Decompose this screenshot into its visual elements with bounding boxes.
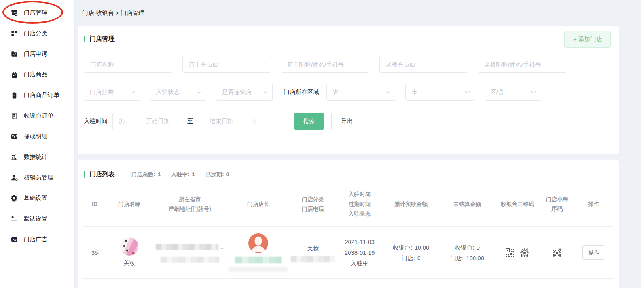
end-date-placeholder[interactable]: 结束日期 — [210, 118, 233, 125]
store-name-text: 美妆 — [123, 257, 135, 268]
svg-text:AD: AD — [13, 238, 17, 241]
table-header-row: ID 门店名称 所在省市 详细地址(门牌号) 门店店长 门店分类 门店电话 入驻… — [83, 182, 613, 226]
chevron-down-icon — [386, 88, 391, 93]
list-stats: 门店总数:1 入驻中:1 已过期:0 — [131, 171, 239, 178]
user-gear-icon — [11, 174, 18, 181]
main-content: 门店-收银台 > 门店管理 门店管理 + 添加门店 门店分类 — [74, 0, 644, 288]
cell-received-amount: 收银台:10.00 门店:0 — [383, 242, 439, 263]
sidebar-item-store-ads[interactable]: AD 门店广告 — [0, 229, 74, 250]
header-store-name: 门店名称 — [106, 199, 153, 209]
date-range-separator: 至 — [187, 118, 193, 125]
store-name-input[interactable] — [84, 56, 172, 73]
category-text: 美妆 — [307, 243, 319, 254]
bag-check-icon — [11, 71, 18, 78]
city-select[interactable]: 市 — [405, 84, 475, 101]
scrollbar-track[interactable] — [641, 0, 644, 288]
panel-title: 门店管理 — [84, 35, 115, 43]
header-manager: 门店店长 — [227, 199, 290, 209]
sidebar-item-store-application[interactable]: 门店申请 — [0, 44, 74, 64]
header-cashier-qrcode: 收银台二维码 — [495, 199, 540, 209]
filter-row-3: 入驻时间 开始日期 至 结束日期 ✳ 搜索 导出 — [84, 113, 619, 130]
ad-icon: AD — [11, 236, 18, 243]
sidebar-item-basic-settings[interactable]: 基础设置 — [0, 188, 74, 208]
header-unsettled-amount: 未结算金额 — [439, 199, 495, 209]
sidebar-item-verifier-management[interactable]: 核销员管理 — [0, 167, 74, 188]
sidebar-item-label: 默认设置 — [24, 215, 47, 223]
store-avatar[interactable] — [120, 237, 138, 256]
header-actions: 操作 — [574, 199, 613, 209]
entry-status-select[interactable]: 入驻状态 — [150, 84, 206, 101]
cell-store-name: 美妆 — [106, 237, 153, 268]
sidebar-item-label: 门店商品 — [24, 71, 47, 78]
chevron-down-icon — [196, 88, 201, 93]
row-action-button[interactable]: 操作 — [582, 245, 605, 260]
sidebar-item-store-category[interactable]: 门店分类 — [0, 23, 74, 44]
district-select[interactable]: 区/县 — [485, 84, 541, 101]
export-button[interactable]: 导出 — [331, 113, 362, 130]
sidebar: 门店管理 门店分类 门店申请 门店商品 门店商品订单 — [0, 0, 74, 288]
sidebar-item-label: 基础设置 — [24, 195, 47, 202]
clipboard-icon — [11, 92, 18, 99]
stat-total: 门店总数:1 — [131, 171, 161, 178]
qr-code-icon[interactable] — [505, 248, 515, 257]
cell-entry-time: 2021-11-03 2038-01-19 入驻中 — [336, 237, 383, 269]
sidebar-item-store-goods[interactable]: 门店商品 — [0, 64, 74, 85]
address-ellipsis: .. — [220, 242, 224, 252]
chevron-down-icon — [465, 88, 470, 93]
owner-member-id-input[interactable] — [182, 56, 271, 73]
header-miniprogram-code: 门店小程 序码 — [540, 195, 574, 214]
sidebar-item-label: 核销员管理 — [24, 174, 53, 181]
miniprogram-code-icon[interactable] — [552, 248, 562, 258]
cell-unsettled-amount: 收银台:0 门店:100.00 — [439, 242, 495, 263]
region-label: 门店所在区域 — [284, 88, 319, 96]
sidebar-item-default-settings[interactable]: 默认设置 — [0, 208, 74, 229]
title-accent-bar — [84, 171, 85, 178]
expire-date: 2038-01-19 — [345, 247, 375, 258]
boss-nickname-input[interactable] — [478, 56, 566, 73]
manager-avatar[interactable] — [248, 233, 268, 253]
chain-store-select[interactable]: 是否连锁店 — [216, 84, 273, 101]
cell-actions: 操作 — [574, 245, 613, 260]
chevron-down-icon — [262, 88, 267, 93]
cell-id: 35 — [83, 247, 106, 258]
sidebar-item-store-management[interactable]: 门店管理 — [0, 2, 74, 23]
filter-row-2: 门店分类 入驻状态 是否连锁店 门店所在区域 省 市 — [84, 84, 619, 101]
start-date-placeholder[interactable]: 开始日期 — [146, 118, 170, 125]
chevron-down-icon — [531, 88, 536, 93]
table-row: 35 美妆 .. — [83, 226, 613, 279]
header-category-phone: 门店分类 门店电话 — [290, 195, 336, 214]
date-range-picker[interactable]: 开始日期 至 结束日期 ✳ — [112, 113, 286, 130]
chevron-down-icon — [130, 88, 135, 93]
sidebar-item-label: 数据统计 — [24, 153, 47, 161]
sidebar-item-label: 提成明细 — [24, 133, 47, 140]
join-date: 2021-11-03 — [345, 237, 375, 247]
sidebar-item-store-goods-orders[interactable]: 门店商品订单 — [0, 85, 74, 105]
entry-status: 入驻中 — [351, 258, 369, 269]
store-table: ID 门店名称 所在省市 详细地址(门牌号) 门店店长 门店分类 门店电话 入驻… — [83, 182, 613, 279]
list-title: 门店列表 — [84, 170, 115, 179]
miniprogram-code-icon[interactable] — [519, 248, 530, 258]
owner-nickname-input[interactable] — [281, 56, 369, 73]
store-list-panel: 门店列表 门店总数:1 入驻中:1 已过期:0 ID — [78, 160, 619, 288]
search-button[interactable]: 搜索 — [294, 113, 324, 130]
add-store-button[interactable]: + 添加门店 — [564, 31, 611, 48]
sidebar-item-commission-detail[interactable]: ¥ 提成明细 — [0, 126, 74, 147]
sidebar-item-label: 门店分类 — [24, 30, 47, 37]
sidebar-item-data-statistics[interactable]: 数据统计 — [0, 147, 74, 167]
folder-check-icon — [11, 50, 18, 58]
province-select[interactable]: 省 — [326, 84, 396, 101]
redacted-phone — [291, 256, 335, 262]
clock-icon — [118, 118, 125, 125]
redacted-manager-name — [235, 257, 282, 263]
header-entry-time: 入驻时间 过期时间 入驻状态 — [336, 189, 383, 219]
bar-chart-icon — [11, 153, 18, 161]
sidebar-item-label: 收银台订单 — [24, 112, 53, 120]
sidebar-item-label: 门店管理 — [24, 9, 47, 17]
boss-member-id-input[interactable] — [379, 56, 468, 73]
header-address: 所在省市 详细地址(门牌号) — [153, 195, 227, 214]
store-category-select[interactable]: 门店分类 — [84, 84, 140, 101]
header-received-amount: 累计实收金额 — [383, 199, 439, 209]
redacted-address-line — [156, 244, 218, 250]
sidebar-item-cashier-orders[interactable]: 收银台订单 — [0, 105, 74, 126]
sliders-icon — [11, 215, 18, 223]
